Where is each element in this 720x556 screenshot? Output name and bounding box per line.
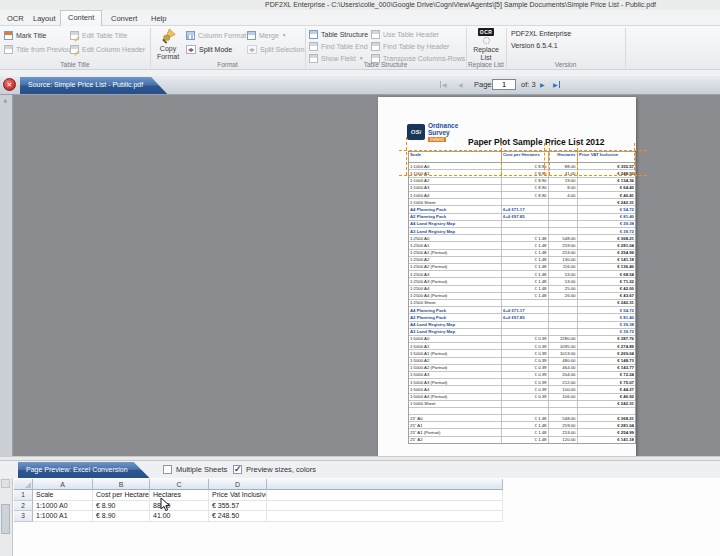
multiple-sheets-checkbox[interactable] — [163, 465, 172, 474]
excel-cell[interactable]: € 355.57 — [209, 501, 267, 512]
chevron-down-icon: ▾ — [283, 32, 286, 38]
title-from-previous-button[interactable]: Title from Previous — [4, 43, 74, 55]
excel-cell[interactable]: Scale — [33, 490, 93, 501]
ribbon: Mark Title Title from Previous Edit Tabl… — [0, 26, 720, 70]
excel-row: 31:1000 A1€ 8.9041.00€ 248.50 — [14, 511, 503, 522]
excel-grid: A B C D 1ScaleCost per HectaresHectaresP… — [14, 479, 503, 522]
preview-sizes-checkbox[interactable] — [233, 465, 242, 474]
prev-page-button[interactable]: ◀ — [458, 81, 463, 88]
edit-icon — [70, 31, 79, 40]
group-label-replace-list: Replace List — [463, 61, 509, 68]
pdf-table-row: 1:5000 A1 (Portrait)€ 0.391013.00€ 269.0… — [409, 350, 636, 357]
excel-cell[interactable]: € 8.90 — [93, 501, 150, 512]
find-table-by-header-button[interactable]: Find Table by Header — [371, 40, 449, 52]
excel-cell[interactable]: 1:1000 A0 — [33, 501, 93, 512]
left-gutter[interactable]: ∧ — [0, 95, 13, 456]
merge-button[interactable]: Merge ▾ — [247, 29, 286, 41]
first-page-button[interactable]: ◀ — [440, 81, 447, 88]
os-logo: OSi — [407, 124, 425, 140]
pdf-table-row: A4 Planning Pack6+6 €71.17€ 54.72 — [409, 206, 636, 213]
page-label: Page: — [474, 80, 494, 89]
tab-help[interactable]: Help — [144, 12, 173, 25]
table-search-icon — [371, 42, 380, 51]
pdf-table-row: 1:2500 A3 (Portrait)€ 1.4853.00€ 71.22 — [409, 278, 636, 285]
table-marking-line-left[interactable] — [406, 137, 407, 175]
brush-icon — [160, 28, 177, 45]
pdf-table-row: 1:2500 A2 (Portrait)€ 1.48116.00€ 136.40 — [409, 264, 636, 271]
pdf-table-row: 1:5000 A2 (Portrait)€ 0.39464.00€ 143.77 — [409, 364, 636, 371]
column-marking-line[interactable] — [544, 143, 545, 175]
gear-icon — [483, 37, 490, 44]
version-product: PDF2XL Enterprise — [511, 30, 571, 37]
pdf-table-row: 1:1000 A1€ 8.9041.00€ 248.50 — [409, 170, 636, 177]
tab-layout[interactable]: Layout — [26, 12, 63, 25]
excel-cell[interactable] — [267, 511, 503, 522]
multiple-sheets-label: Multiple Sheets — [176, 465, 227, 474]
pdf-table-body: 1:1000 A0€ 8.9088.00€ 355.571:1000 A1€ 8… — [409, 163, 636, 443]
excel-cell[interactable]: 1:1000 A1 — [33, 511, 93, 522]
column-header-empty[interactable] — [267, 479, 503, 490]
mark-title-button[interactable]: Mark Title — [4, 29, 46, 41]
use-table-header-button[interactable]: Use Table Header — [371, 28, 439, 40]
preview-panel: Page Preview: Excel Conversion Multiple … — [0, 461, 720, 556]
column-marking-line[interactable] — [501, 143, 502, 175]
close-source-button[interactable]: ✕ — [3, 78, 16, 91]
column-marking-line[interactable] — [577, 143, 578, 175]
scrollbar-thumb[interactable] — [1, 504, 10, 534]
table-header-icon — [371, 30, 380, 39]
excel-cell[interactable]: € 8.90 — [93, 511, 150, 522]
table-marking-line-bottom[interactable] — [399, 175, 647, 176]
pdf-title: Paper Plot Sample Price List 2012 — [468, 137, 605, 147]
tab-content[interactable]: Content — [60, 10, 102, 26]
column-format-button[interactable]: Column Format ▾ — [186, 29, 253, 41]
pdf-table-row: 25" A1 (Portrait)€ 1.48253.00€ 254.99 — [409, 429, 636, 436]
table-marking-line-top[interactable] — [399, 150, 647, 151]
excel-cell[interactable]: Cost per Hectares — [93, 490, 150, 501]
split-selection-button[interactable]: Split Selection — [247, 43, 304, 55]
pdf-table-row — [409, 408, 636, 415]
find-table-end-button[interactable]: Find Table End — [309, 40, 368, 52]
table-marking-line-right[interactable] — [634, 143, 635, 175]
edit-table-title-button[interactable]: Edit Table Title — [70, 29, 127, 41]
source-tab[interactable]: Source: Simple Price List - Public.pdf — [20, 77, 167, 94]
column-header-b[interactable]: B — [93, 479, 150, 490]
column-header-c[interactable]: C — [150, 479, 209, 490]
column-marking-line[interactable] — [549, 143, 550, 175]
table-structure-button[interactable]: Table Structure ▾ — [309, 28, 375, 40]
column-header-a[interactable]: A — [33, 479, 93, 490]
pdf-table-row: 1:1000 A0€ 8.9088.00€ 355.57 — [409, 163, 636, 170]
merge-icon — [247, 31, 256, 40]
pdf-page[interactable]: OSi Ordnance Survey Ireland Paper Plot S… — [378, 97, 636, 456]
select-all-corner[interactable] — [14, 479, 33, 490]
excel-cell[interactable]: Price Vat Inclusive — [209, 490, 267, 501]
window-titlebar: PDF2XL Enterprise - C:\Users\colle_000\G… — [0, 0, 720, 10]
excel-cell[interactable] — [267, 501, 503, 512]
preview-tab[interactable]: Page Preview: Excel Conversion — [18, 462, 150, 478]
excel-cell[interactable]: 41.00 — [150, 511, 209, 522]
edit-column-header-button[interactable]: Edit Column Header — [70, 43, 145, 55]
pdf-table-row: 1:5000 Sheet€ 242.31 — [409, 400, 636, 407]
document-area[interactable]: ∧ OSi Ordnance Survey Ireland Paper Plot… — [0, 95, 720, 456]
pdf-table-row: 1:2500 Sheet€ 242.31 — [409, 300, 636, 307]
excel-cell[interactable] — [267, 490, 503, 501]
row-header[interactable]: 3 — [14, 511, 33, 522]
vertical-scrollbar[interactable] — [0, 478, 13, 556]
page-input[interactable] — [492, 79, 516, 90]
preview-header: Page Preview: Excel Conversion Multiple … — [0, 461, 720, 478]
replace-list-button[interactable]: OCR Replace List — [466, 28, 506, 62]
next-page-button[interactable]: ▶ — [540, 81, 545, 88]
excel-cell[interactable]: Hectares — [150, 490, 209, 501]
scroll-up-icon[interactable] — [1, 479, 10, 488]
excel-row: 1ScaleCost per HectaresHectaresPrice Vat… — [14, 490, 503, 501]
row-header[interactable]: 1 — [14, 490, 33, 501]
group-label-table-title: Table Title — [0, 61, 150, 68]
excel-cell[interactable]: € 248.50 — [209, 511, 267, 522]
copy-format-button[interactable]: Copy Format — [152, 28, 184, 61]
pdf-table[interactable]: Scale Cost per Hectares Hectares Price V… — [408, 151, 636, 444]
tab-convert[interactable]: Convert — [104, 12, 144, 25]
column-header-d[interactable]: D — [209, 479, 267, 490]
last-page-button[interactable]: ▶ — [553, 81, 560, 88]
split-mode-button[interactable]: Split Mode — [186, 43, 232, 55]
excel-cell[interactable]: 88.00 — [150, 501, 209, 512]
row-header[interactable]: 2 — [14, 501, 33, 512]
